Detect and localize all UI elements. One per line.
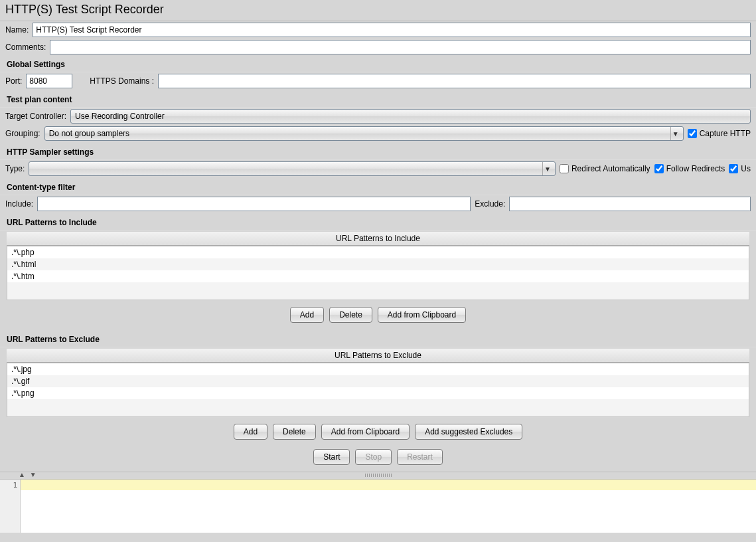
table-row[interactable]: .*\.html — [7, 258, 749, 270]
plan-heading: Test plan content — [0, 91, 756, 107]
global-heading: Global Settings — [0, 56, 756, 72]
chevron-down-icon: ▼ — [670, 127, 680, 140]
redirect-auto-checkbox[interactable] — [560, 164, 569, 173]
log-selection — [21, 480, 756, 490]
grouping-label: Grouping: — [5, 129, 40, 138]
use-keepalive-label: Us — [741, 164, 751, 173]
stop-button[interactable]: Stop — [355, 449, 392, 465]
exclude-suggested-button[interactable]: Add suggested Excludes — [415, 424, 522, 440]
exclude-label: Exclude: — [475, 199, 505, 209]
exclude-table-header: URL Patterns to Exclude — [7, 349, 749, 363]
follow-redirects-checkbox[interactable] — [654, 164, 664, 173]
table-row-empty[interactable] — [7, 399, 749, 416]
https-domains-label: HTTPS Domains : — [90, 76, 154, 86]
include-add-button[interactable]: Add — [290, 307, 324, 323]
log-body[interactable] — [21, 480, 756, 533]
comments-input[interactable] — [50, 40, 751, 54]
log-gutter: 1 — [0, 480, 21, 533]
table-row[interactable]: .*\.php — [7, 246, 749, 258]
restart-button[interactable]: Restart — [397, 449, 443, 465]
include-clipboard-button[interactable]: Add from Clipboard — [378, 307, 466, 323]
start-button[interactable]: Start — [313, 449, 350, 465]
table-row[interactable]: .*\.htm — [7, 270, 749, 282]
grouping-select[interactable]: Do not group samplers ▼ — [44, 126, 684, 141]
table-row[interactable]: .*\.jpg — [7, 363, 749, 375]
https-domains-input[interactable] — [158, 74, 751, 88]
include-input[interactable] — [37, 197, 471, 211]
page-title: HTTP(S) Test Script Recorder — [0, 0, 756, 21]
exclude-input[interactable] — [509, 197, 751, 211]
include-delete-button[interactable]: Delete — [329, 307, 372, 323]
ctfilter-heading: Content-type filter — [0, 179, 756, 195]
chevron-down-icon: ▼ — [542, 162, 552, 175]
log-line-number: 1 — [0, 481, 17, 490]
target-controller-value: Use Recording Controller — [74, 112, 747, 121]
split-handle[interactable]: ▲ ▼ — [0, 472, 756, 480]
redirect-auto-label: Redirect Automatically — [571, 164, 650, 173]
port-input[interactable] — [26, 74, 72, 88]
exclude-patterns-heading: URL Patterns to Exclude — [0, 331, 756, 347]
exclude-add-button[interactable]: Add — [234, 424, 267, 440]
table-row-empty[interactable] — [7, 282, 749, 300]
comments-label: Comments: — [5, 43, 46, 52]
use-keepalive-checkbox[interactable] — [729, 164, 738, 173]
target-controller-label: Target Controller: — [5, 112, 66, 121]
exclude-delete-button[interactable]: Delete — [273, 424, 316, 440]
follow-redirects-label: Follow Redirects — [666, 164, 725, 173]
include-table-header: URL Patterns to Include — [7, 232, 749, 246]
table-row[interactable]: .*\.png — [7, 387, 749, 399]
split-grip-icon — [365, 474, 392, 477]
name-label: Name: — [5, 25, 29, 35]
type-label: Type: — [5, 164, 25, 173]
capture-http-label: Capture HTTP — [700, 129, 751, 138]
include-label: Include: — [5, 199, 33, 209]
grouping-value: Do not group samplers — [48, 129, 670, 138]
exclude-clipboard-button[interactable]: Add from Clipboard — [321, 424, 410, 440]
sampler-heading: HTTP Sampler settings — [0, 143, 756, 159]
port-label: Port: — [5, 76, 22, 86]
type-select[interactable]: ▼ — [29, 161, 556, 176]
target-controller-select[interactable]: Use Recording Controller — [70, 109, 751, 124]
table-row[interactable]: .*\.gif — [7, 375, 749, 387]
include-patterns-heading: URL Patterns to Include — [0, 214, 756, 230]
capture-http-checkbox[interactable] — [688, 129, 697, 138]
split-arrows-icon: ▲ ▼ — [19, 471, 38, 478]
name-input[interactable] — [33, 23, 751, 37]
